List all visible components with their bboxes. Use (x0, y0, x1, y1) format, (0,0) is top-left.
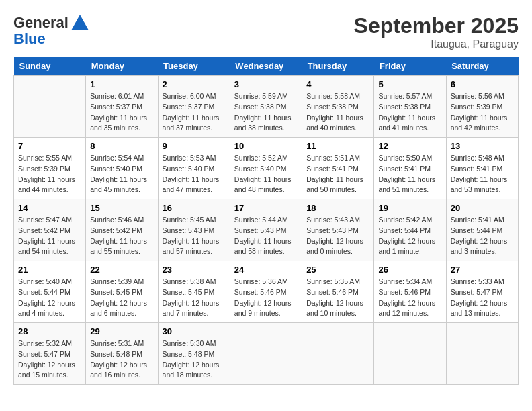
day-number: 24 (234, 265, 298, 275)
calendar-cell: 13Sunrise: 5:48 AMSunset: 5:41 PMDayligh… (446, 138, 518, 199)
day-number: 14 (18, 203, 81, 213)
calendar-cell: 20Sunrise: 5:41 AMSunset: 5:44 PMDayligh… (446, 199, 518, 261)
col-header-thursday: Thursday (302, 57, 374, 76)
calendar-cell: 1Sunrise: 6:01 AMSunset: 5:37 PMDaylight… (86, 76, 158, 138)
col-header-tuesday: Tuesday (158, 57, 230, 76)
calendar-cell (14, 76, 86, 138)
calendar-cell: 26Sunrise: 5:34 AMSunset: 5:46 PMDayligh… (374, 261, 446, 323)
calendar-cell: 11Sunrise: 5:51 AMSunset: 5:41 PMDayligh… (302, 138, 374, 199)
day-info: Sunrise: 5:44 AMSunset: 5:43 PMDaylight:… (234, 215, 298, 257)
day-number: 26 (378, 265, 441, 275)
day-info: Sunrise: 5:34 AMSunset: 5:46 PMDaylight:… (378, 277, 441, 319)
col-header-wednesday: Wednesday (230, 57, 302, 76)
day-number: 16 (163, 203, 226, 213)
col-header-saturday: Saturday (446, 57, 518, 76)
calendar-cell: 10Sunrise: 5:52 AMSunset: 5:40 PMDayligh… (230, 138, 302, 199)
day-info: Sunrise: 5:47 AMSunset: 5:42 PMDaylight:… (18, 215, 81, 257)
calendar-week-5: 28Sunrise: 5:32 AMSunset: 5:47 PMDayligh… (14, 323, 519, 385)
day-info: Sunrise: 5:50 AMSunset: 5:41 PMDaylight:… (378, 153, 441, 195)
day-info: Sunrise: 5:33 AMSunset: 5:47 PMDaylight:… (451, 277, 514, 319)
day-number: 22 (90, 265, 153, 275)
day-info: Sunrise: 5:41 AMSunset: 5:44 PMDaylight:… (451, 215, 514, 257)
calendar-week-4: 21Sunrise: 5:40 AMSunset: 5:44 PMDayligh… (14, 261, 519, 323)
page-header: General Blue September 2025 Itaugua, Par… (13, 13, 519, 50)
day-number: 5 (378, 79, 441, 89)
day-number: 8 (90, 141, 153, 151)
day-number: 20 (451, 203, 514, 213)
day-number: 6 (451, 79, 514, 89)
calendar-cell: 19Sunrise: 5:42 AMSunset: 5:44 PMDayligh… (374, 199, 446, 261)
calendar-cell: 14Sunrise: 5:47 AMSunset: 5:42 PMDayligh… (14, 199, 86, 261)
calendar-cell (446, 323, 518, 385)
calendar-cell: 6Sunrise: 5:56 AMSunset: 5:39 PMDaylight… (446, 76, 518, 138)
day-info: Sunrise: 5:42 AMSunset: 5:44 PMDaylight:… (378, 215, 441, 257)
calendar-cell: 27Sunrise: 5:33 AMSunset: 5:47 PMDayligh… (446, 261, 518, 323)
calendar-cell (374, 323, 446, 385)
calendar-cell: 9Sunrise: 5:53 AMSunset: 5:40 PMDaylight… (158, 138, 230, 199)
day-number: 9 (163, 141, 226, 151)
day-info: Sunrise: 5:54 AMSunset: 5:40 PMDaylight:… (90, 153, 153, 195)
calendar-cell: 5Sunrise: 5:57 AMSunset: 5:38 PMDaylight… (374, 76, 446, 138)
day-number: 3 (234, 79, 298, 89)
day-info: Sunrise: 6:01 AMSunset: 5:37 PMDaylight:… (90, 91, 153, 134)
calendar-cell: 24Sunrise: 5:36 AMSunset: 5:46 PMDayligh… (230, 261, 302, 323)
logo: General Blue (13, 13, 90, 47)
calendar-cell: 28Sunrise: 5:32 AMSunset: 5:47 PMDayligh… (14, 323, 86, 385)
day-number: 25 (306, 265, 369, 275)
title-block: September 2025 Itaugua, Paraguay (354, 13, 519, 50)
day-number: 2 (163, 79, 226, 89)
calendar-cell: 23Sunrise: 5:38 AMSunset: 5:45 PMDayligh… (158, 261, 230, 323)
day-info: Sunrise: 5:51 AMSunset: 5:41 PMDaylight:… (306, 153, 369, 195)
day-number: 17 (234, 203, 298, 213)
calendar-cell: 30Sunrise: 5:30 AMSunset: 5:48 PMDayligh… (158, 323, 230, 385)
calendar-week-2: 7Sunrise: 5:55 AMSunset: 5:39 PMDaylight… (14, 138, 519, 199)
day-info: Sunrise: 5:53 AMSunset: 5:40 PMDaylight:… (163, 153, 226, 195)
calendar-week-1: 1Sunrise: 6:01 AMSunset: 5:37 PMDaylight… (14, 76, 519, 138)
day-number: 19 (378, 203, 441, 213)
day-number: 15 (90, 203, 153, 213)
calendar-cell: 12Sunrise: 5:50 AMSunset: 5:41 PMDayligh… (374, 138, 446, 199)
day-info: Sunrise: 5:45 AMSunset: 5:43 PMDaylight:… (163, 215, 226, 257)
header-row: SundayMondayTuesdayWednesdayThursdayFrid… (14, 57, 519, 76)
day-number: 30 (163, 326, 226, 336)
logo-blue: Blue (13, 30, 46, 47)
day-info: Sunrise: 6:00 AMSunset: 5:37 PMDaylight:… (163, 91, 226, 134)
calendar-cell: 25Sunrise: 5:35 AMSunset: 5:46 PMDayligh… (302, 261, 374, 323)
day-info: Sunrise: 5:52 AMSunset: 5:40 PMDaylight:… (234, 153, 298, 195)
calendar-cell: 2Sunrise: 6:00 AMSunset: 5:37 PMDaylight… (158, 76, 230, 138)
day-number: 7 (18, 141, 81, 151)
day-number: 11 (306, 141, 369, 151)
col-header-monday: Monday (86, 57, 158, 76)
day-number: 28 (18, 326, 81, 336)
day-info: Sunrise: 5:32 AMSunset: 5:47 PMDaylight:… (18, 338, 81, 381)
calendar-cell: 17Sunrise: 5:44 AMSunset: 5:43 PMDayligh… (230, 199, 302, 261)
calendar-cell: 16Sunrise: 5:45 AMSunset: 5:43 PMDayligh… (158, 199, 230, 261)
calendar-cell: 22Sunrise: 5:39 AMSunset: 5:45 PMDayligh… (86, 261, 158, 323)
calendar-table: SundayMondayTuesdayWednesdayThursdayFrid… (13, 57, 519, 385)
day-number: 27 (451, 265, 514, 275)
day-info: Sunrise: 5:40 AMSunset: 5:44 PMDaylight:… (18, 277, 81, 319)
calendar-week-3: 14Sunrise: 5:47 AMSunset: 5:42 PMDayligh… (14, 199, 519, 261)
col-header-sunday: Sunday (14, 57, 86, 76)
calendar-cell: 7Sunrise: 5:55 AMSunset: 5:39 PMDaylight… (14, 138, 86, 199)
day-info: Sunrise: 5:46 AMSunset: 5:42 PMDaylight:… (90, 215, 153, 257)
day-info: Sunrise: 5:35 AMSunset: 5:46 PMDaylight:… (306, 277, 369, 319)
day-info: Sunrise: 5:39 AMSunset: 5:45 PMDaylight:… (90, 277, 153, 319)
calendar-cell: 18Sunrise: 5:43 AMSunset: 5:43 PMDayligh… (302, 199, 374, 261)
calendar-cell: 4Sunrise: 5:58 AMSunset: 5:38 PMDaylight… (302, 76, 374, 138)
day-info: Sunrise: 5:59 AMSunset: 5:38 PMDaylight:… (234, 91, 298, 134)
day-number: 18 (306, 203, 369, 213)
day-number: 1 (90, 79, 153, 89)
day-number: 4 (306, 79, 369, 89)
day-number: 23 (163, 265, 226, 275)
day-number: 21 (18, 265, 81, 275)
calendar-cell (302, 323, 374, 385)
day-info: Sunrise: 5:57 AMSunset: 5:38 PMDaylight:… (378, 91, 441, 134)
calendar-cell: 29Sunrise: 5:31 AMSunset: 5:48 PMDayligh… (86, 323, 158, 385)
svg-marker-0 (71, 15, 89, 30)
day-info: Sunrise: 5:58 AMSunset: 5:38 PMDaylight:… (306, 91, 369, 134)
day-number: 29 (90, 326, 153, 336)
location: Itaugua, Paraguay (354, 38, 519, 50)
day-info: Sunrise: 5:31 AMSunset: 5:48 PMDaylight:… (90, 338, 153, 381)
day-info: Sunrise: 5:38 AMSunset: 5:45 PMDaylight:… (163, 277, 226, 319)
